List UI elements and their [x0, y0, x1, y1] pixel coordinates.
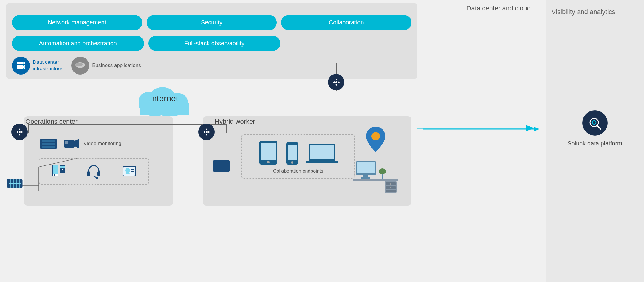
mobile-icon	[285, 141, 300, 166]
business-applications-icon	[71, 57, 89, 75]
svg-rect-75	[62, 171, 63, 171]
svg-rect-66	[53, 174, 54, 176]
svg-point-32	[335, 81, 337, 83]
top-move-icon	[328, 74, 344, 90]
svg-point-83	[125, 168, 130, 173]
svg-marker-45	[206, 134, 208, 136]
svg-rect-95	[288, 145, 297, 160]
data-center-infrastructure-icon	[12, 57, 30, 75]
svg-point-26	[23, 65, 24, 66]
svg-point-43	[19, 131, 21, 133]
svg-marker-44	[206, 128, 208, 130]
svg-marker-39	[19, 128, 21, 130]
data-center-infrastructure-label: Data centerinfrastructure	[33, 59, 62, 72]
svg-rect-103	[363, 175, 368, 178]
splunk-icon	[582, 110, 608, 136]
svg-rect-102	[357, 162, 375, 173]
svg-rect-98	[310, 145, 334, 159]
security-button[interactable]: Security	[147, 15, 277, 30]
svg-rect-104	[361, 177, 370, 179]
svg-rect-85	[131, 171, 134, 172]
svg-point-93	[267, 161, 270, 163]
phone-icon	[50, 163, 67, 179]
hybrid-router-icon	[212, 158, 231, 176]
network-management-button[interactable]: Network management	[12, 15, 142, 30]
svg-rect-74	[61, 171, 61, 171]
location-pin-icon	[364, 125, 388, 155]
svg-rect-58	[42, 140, 55, 142]
buttons-row-2: Automation and orchestration Full-stack …	[12, 36, 280, 51]
automation-button[interactable]: Automation and orchestration	[12, 36, 144, 51]
svg-line-79	[94, 176, 96, 177]
hybrid-move-icon	[198, 124, 215, 140]
collab-endpoints-box: Collaboration endpoints	[242, 134, 355, 179]
ops-move-icon	[11, 124, 28, 140]
buttons-row-1: Network management Security Collaboratio…	[12, 15, 411, 30]
svg-rect-71	[61, 169, 61, 170]
svg-rect-67	[55, 174, 56, 176]
svg-point-25	[23, 63, 24, 64]
operations-center-label: Operations center	[25, 118, 78, 125]
svg-rect-99	[306, 161, 338, 163]
desk-icon	[352, 158, 400, 194]
svg-point-80	[96, 177, 98, 179]
svg-marker-28	[335, 79, 337, 80]
splunk-section: Splunk data platform	[546, 110, 644, 148]
svg-marker-42	[21, 131, 23, 133]
icons-row: Data centerinfrastructure Business appli…	[12, 57, 141, 75]
svg-marker-47	[208, 131, 210, 133]
video-monitoring-label: Video monitoring	[83, 140, 121, 147]
svg-rect-78	[97, 171, 100, 176]
svg-marker-31	[338, 81, 340, 83]
hybrid-worker-label: Hybrid worker	[215, 118, 255, 125]
svg-point-116	[592, 121, 596, 124]
svg-rect-107	[353, 179, 398, 181]
observability-button[interactable]: Full-stack observability	[148, 36, 281, 51]
svg-rect-38	[140, 103, 189, 115]
svg-rect-76	[64, 171, 64, 171]
svg-marker-41	[16, 131, 18, 133]
collab-endpoints-label: Collaboration endpoints	[248, 168, 348, 174]
svg-point-106	[379, 168, 386, 174]
internet-section: Internet	[131, 80, 197, 117]
headset-icon	[86, 163, 102, 179]
svg-marker-46	[203, 131, 205, 133]
splunk-label: Splunk data platform	[567, 139, 622, 148]
svg-marker-30	[333, 81, 335, 83]
svg-rect-65	[53, 165, 58, 174]
svg-rect-73	[64, 169, 64, 170]
svg-rect-86	[131, 173, 133, 173]
arrow-to-splunk	[423, 125, 540, 134]
data-center-cloud-label: Data center and cloud	[467, 4, 531, 12]
svg-rect-111	[386, 190, 396, 192]
internet-label: Internet	[131, 94, 197, 103]
remote-worker-section	[352, 125, 400, 194]
svg-rect-63	[65, 141, 68, 144]
business-applications-item: Business applications	[71, 57, 141, 75]
svg-rect-70	[60, 166, 65, 168]
svg-marker-40	[19, 134, 21, 136]
svg-point-27	[23, 68, 24, 69]
main-container: Data center and cloud Network management…	[0, 0, 644, 282]
svg-marker-118	[534, 127, 540, 131]
svg-point-112	[390, 183, 391, 185]
svg-rect-60	[42, 146, 55, 148]
svg-rect-72	[62, 169, 63, 170]
laptop-icon	[306, 142, 338, 166]
camera-icon	[63, 137, 79, 151]
visibility-analytics-panel: Visibility and analytics Splunk data pla…	[546, 0, 644, 282]
visibility-analytics-label: Visibility and analytics	[546, 0, 644, 24]
svg-point-100	[371, 132, 380, 140]
svg-rect-68	[56, 174, 58, 176]
video-monitoring-row: Video monitoring	[39, 136, 121, 152]
svg-marker-29	[335, 84, 337, 86]
svg-marker-62	[75, 139, 79, 148]
svg-line-115	[597, 125, 601, 129]
id-card-icon	[121, 163, 137, 179]
collaboration-button[interactable]: Collaboration	[281, 15, 411, 30]
svg-rect-84	[131, 169, 134, 170]
tablet-icon	[258, 139, 279, 166]
data-center-infrastructure-item: Data centerinfrastructure	[12, 57, 62, 75]
svg-point-48	[206, 131, 208, 133]
svg-rect-92	[261, 143, 276, 160]
